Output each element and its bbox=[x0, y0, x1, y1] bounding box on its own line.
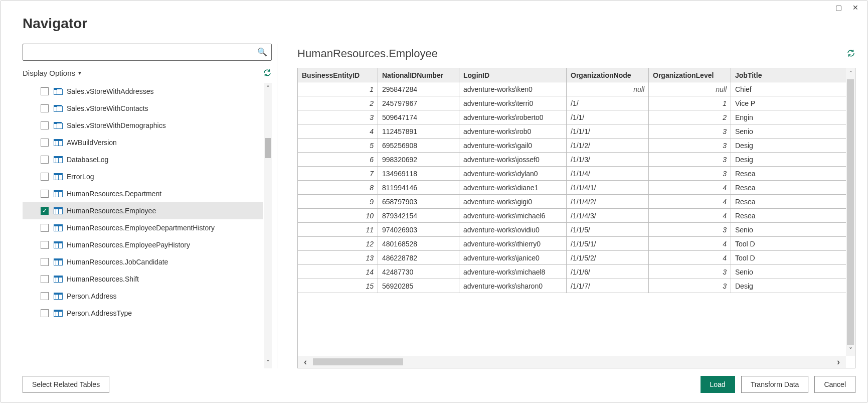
tree-item[interactable]: Sales.vStoreWithContacts bbox=[23, 100, 263, 117]
tree-item[interactable]: Sales.vStoreWithAddresses bbox=[23, 83, 263, 100]
close-icon[interactable]: ✕ bbox=[850, 4, 860, 16]
grid-row[interactable]: 10879342154adventure-works\michael6/1/1/… bbox=[298, 209, 846, 223]
checkbox[interactable] bbox=[41, 190, 49, 198]
tree-item[interactable]: DatabaseLog bbox=[23, 151, 263, 168]
load-button[interactable]: Load bbox=[701, 376, 735, 393]
search-icon[interactable]: 🔍 bbox=[257, 47, 267, 57]
grid-row[interactable]: 3509647174adventure-works\roberto0/1/1/2… bbox=[298, 110, 846, 124]
refresh-icon[interactable] bbox=[263, 68, 272, 77]
checkbox[interactable]: ✓ bbox=[41, 207, 49, 215]
checkbox[interactable] bbox=[41, 104, 49, 112]
checkbox[interactable] bbox=[41, 275, 49, 283]
scroll-thumb[interactable] bbox=[847, 79, 854, 345]
scroll-down-icon[interactable]: ˅ bbox=[846, 345, 855, 356]
cell: 3 bbox=[649, 139, 731, 152]
scroll-right-icon[interactable]: › bbox=[831, 357, 846, 367]
grid-row[interactable]: 7134969118adventure-works\dylan0/1/1/4/3… bbox=[298, 167, 846, 181]
grid-row[interactable]: 2245797967adventure-works\terri0/1/1Vice… bbox=[298, 96, 846, 110]
scroll-up-icon[interactable]: ˄ bbox=[264, 83, 272, 94]
checkbox[interactable] bbox=[41, 156, 49, 164]
checkbox[interactable] bbox=[41, 241, 49, 249]
tree-item[interactable]: ErrorLog bbox=[23, 168, 263, 185]
grid-row[interactable]: 9658797903adventure-works\gigi0/1/1/4/2/… bbox=[298, 195, 846, 209]
tree-item[interactable]: HumanResources.JobCandidate bbox=[23, 253, 263, 271]
table-icon bbox=[54, 224, 63, 231]
checkbox[interactable] bbox=[41, 173, 49, 181]
column-header[interactable]: NationalIDNumber bbox=[378, 68, 459, 82]
cell: 56920285 bbox=[378, 279, 459, 293]
grid-vscrollbar[interactable]: ˄ ˅ bbox=[846, 68, 855, 356]
cell: Desig bbox=[731, 153, 846, 166]
tree: Sales.vStoreWithAddressesSales.vStoreWit… bbox=[23, 83, 263, 368]
checkbox[interactable] bbox=[41, 292, 49, 300]
search-input[interactable] bbox=[23, 44, 271, 60]
cancel-button[interactable]: Cancel bbox=[814, 376, 855, 393]
table-icon bbox=[54, 207, 63, 214]
view-icon bbox=[54, 105, 63, 112]
grid-row[interactable]: 1556920285adventure-works\sharon0/1/1/7/… bbox=[298, 279, 846, 293]
grid-hscrollbar[interactable]: ‹ › bbox=[298, 356, 846, 368]
grid-row[interactable]: 13486228782adventure-works\janice0/1/1/5… bbox=[298, 251, 846, 265]
tree-item[interactable]: Person.Address bbox=[23, 288, 263, 305]
display-options-button[interactable]: Display Options ▼ bbox=[23, 69, 82, 77]
cell: 14 bbox=[298, 265, 378, 279]
cell: 4 bbox=[649, 181, 731, 194]
checkbox[interactable] bbox=[41, 309, 49, 317]
refresh-preview-icon[interactable] bbox=[846, 49, 855, 59]
cell: 811994146 bbox=[378, 181, 459, 194]
tree-item[interactable]: Sales.vStoreWithDemographics bbox=[23, 117, 263, 134]
tree-item[interactable]: HumanResources.EmployeeDepartmentHistory bbox=[23, 219, 263, 236]
select-related-tables-button[interactable]: Select Related Tables bbox=[23, 376, 109, 393]
column-header[interactable]: OrganizationLevel bbox=[649, 68, 731, 82]
cell: Senio bbox=[731, 265, 846, 279]
cell: Resea bbox=[731, 209, 846, 222]
transform-data-button[interactable]: Transform Data bbox=[741, 376, 809, 393]
tree-item[interactable]: ✓HumanResources.Employee bbox=[23, 202, 263, 219]
scroll-left-icon[interactable]: ‹ bbox=[298, 357, 313, 367]
grid-row[interactable]: 1442487730adventure-works\michael8/1/1/6… bbox=[298, 265, 846, 279]
grid-row[interactable]: 4112457891adventure-works\rob0/1/1/1/3Se… bbox=[298, 124, 846, 139]
cell: /1/1/2/ bbox=[567, 139, 649, 152]
cell: 134969118 bbox=[378, 167, 459, 180]
checkbox[interactable] bbox=[41, 139, 49, 147]
cell: /1/1/ bbox=[567, 110, 649, 124]
checkbox[interactable] bbox=[41, 121, 49, 129]
cell: adventure-works\roberto0 bbox=[459, 110, 567, 124]
checkbox[interactable] bbox=[41, 258, 49, 266]
tree-item[interactable]: HumanResources.Shift bbox=[23, 271, 263, 288]
tree-item-label: ErrorLog bbox=[67, 173, 94, 181]
grid-row[interactable]: 5695256908adventure-works\gail0/1/1/2/3D… bbox=[298, 139, 846, 153]
tree-scrollbar[interactable]: ˄ ˅ bbox=[264, 83, 272, 368]
tree-item[interactable]: HumanResources.Department bbox=[23, 185, 263, 202]
column-header[interactable]: OrganizationNode bbox=[567, 68, 649, 82]
grid-row[interactable]: 11974026903adventure-works\ovidiu0/1/1/5… bbox=[298, 223, 846, 237]
tree-item[interactable]: Person.AddressType bbox=[23, 305, 263, 322]
grid-row[interactable]: 6998320692adventure-works\jossef0/1/1/3/… bbox=[298, 153, 846, 167]
grid-row[interactable]: 12480168528adventure-works\thierry0/1/1/… bbox=[298, 237, 846, 251]
cell: 8 bbox=[298, 181, 378, 194]
grid-row[interactable]: 8811994146adventure-works\diane1/1/1/4/1… bbox=[298, 181, 846, 195]
column-header[interactable]: JobTitle bbox=[731, 68, 846, 82]
tree-item[interactable]: AWBuildVersion bbox=[23, 134, 263, 151]
checkbox[interactable] bbox=[41, 87, 49, 95]
scroll-down-icon[interactable]: ˅ bbox=[264, 357, 272, 368]
column-header[interactable]: LoginID bbox=[459, 68, 567, 82]
scroll-thumb[interactable] bbox=[265, 138, 271, 158]
column-header[interactable]: BusinessEntityID bbox=[298, 68, 378, 82]
tree-item[interactable]: HumanResources.EmployeePayHistory bbox=[23, 236, 263, 253]
cell: 4 bbox=[649, 195, 731, 208]
cell: 3 bbox=[649, 124, 731, 138]
preview-pane: HumanResources.Employee BusinessEntityID… bbox=[277, 44, 855, 368]
scroll-thumb[interactable] bbox=[313, 358, 403, 365]
checkbox[interactable] bbox=[41, 224, 49, 232]
grid-row[interactable]: 1295847284adventure-works\ken0nullnullCh… bbox=[298, 82, 846, 96]
cell: 245797967 bbox=[378, 96, 459, 110]
cell: 998320692 bbox=[378, 153, 459, 166]
scroll-up-icon[interactable]: ˄ bbox=[846, 68, 855, 79]
maximize-icon[interactable]: ▢ bbox=[833, 4, 843, 16]
search-box[interactable]: 🔍 bbox=[23, 44, 272, 61]
table-icon bbox=[54, 156, 63, 163]
table-icon bbox=[54, 276, 63, 283]
cell: adventure-works\diane1 bbox=[459, 181, 567, 194]
dialog-title: Navigator bbox=[23, 16, 87, 32]
